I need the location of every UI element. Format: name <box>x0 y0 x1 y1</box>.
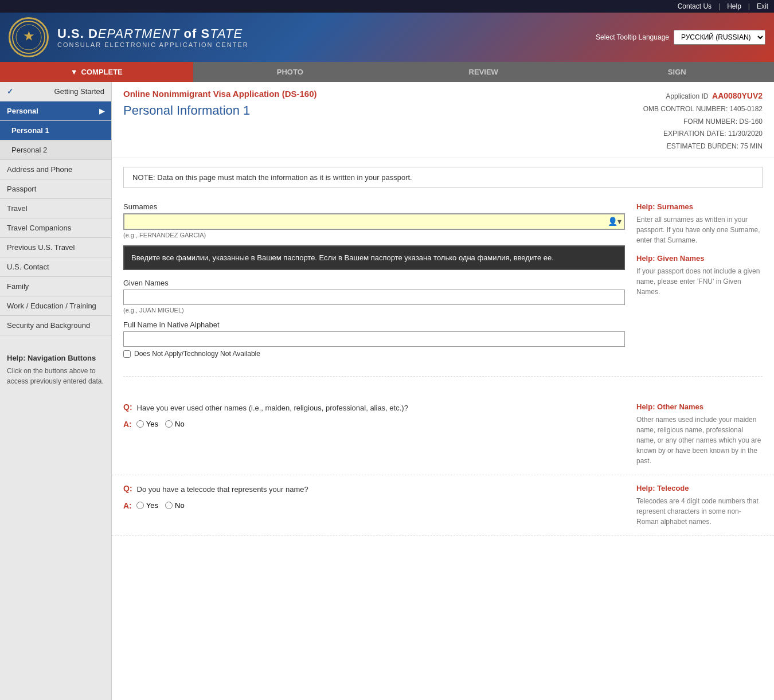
telecode-yes[interactable]: Yes <box>136 501 158 510</box>
sidebar-item-work-education[interactable]: Work / Education / Training <box>0 296 111 316</box>
contact-us-link[interactable]: Contact Us <box>678 2 712 10</box>
given-names-field: Given Names (e.g., JUAN MIGUEL) <box>123 279 625 314</box>
sidebar-item-us-contact[interactable]: U.S. Contact <box>0 257 111 277</box>
arrow-icon: ▼ <box>71 68 78 76</box>
sidebar-item-previous-us-travel[interactable]: Previous U.S. Travel <box>0 238 111 257</box>
chevron-right-icon: ▶ <box>99 107 104 115</box>
native-alphabet-input[interactable] <box>123 331 625 347</box>
native-alphabet-field: Full Name in Native Alphabet Does Not Ap… <box>123 320 625 358</box>
tooltip-language-selector[interactable]: Select Tooltip Language РУССКИЙ (RUSSIAN… <box>596 30 765 45</box>
sidebar-item-personal1[interactable]: Personal 1 <box>0 121 111 140</box>
main-layout: Getting Started Personal ▶ Personal 1 Pe… <box>0 82 774 700</box>
department-seal: ★ <box>9 17 49 57</box>
page-subtitle: Online Nonimmigrant Visa Application (DS… <box>123 89 317 99</box>
department-title: U.S. DEPARTMENT of STATE CONSULAR ELECTR… <box>57 26 587 48</box>
help-link[interactable]: Help <box>727 2 741 10</box>
other-names-yes[interactable]: Yes <box>136 420 158 428</box>
telecode-no[interactable]: No <box>165 501 185 510</box>
sidebar-item-travel[interactable]: Travel <box>0 199 111 218</box>
tab-review[interactable]: REVIEW <box>387 62 581 82</box>
other-names-qa: Q: Have you ever used other names (i.e.,… <box>112 394 774 475</box>
does-not-apply-checkbox[interactable] <box>123 350 131 358</box>
content-inner: Online Nonimmigrant Visa Application (DS… <box>112 82 774 700</box>
sidebar-item-security-background[interactable]: Security and Background <box>0 316 111 335</box>
sidebar-item-travel-companions[interactable]: Travel Companions <box>0 218 111 238</box>
sidebar-item-personal2[interactable]: Personal 2 <box>0 140 111 160</box>
content-area: Online Nonimmigrant Visa Application (DS… <box>112 82 774 700</box>
telecode-qa: Q: Do you have a telecode that represent… <box>112 475 774 536</box>
tab-sign[interactable]: SIGN <box>581 62 775 82</box>
language-dropdown[interactable]: РУССКИЙ (RUSSIAN) <box>674 30 765 45</box>
surnames-input[interactable] <box>123 213 625 230</box>
surnames-row: Surnames 👤▾ (e.g., FERNANDEZ GARCIA) Вве… <box>123 202 763 377</box>
application-id: AA0080YUV2 <box>712 91 763 100</box>
sidebar-item-passport[interactable]: Passport <box>0 179 111 199</box>
other-names-no[interactable]: No <box>165 420 185 428</box>
given-names-input[interactable] <box>123 290 625 305</box>
page-meta: Application ID AA0080YUV2 OMB CONTROL NU… <box>643 89 763 153</box>
names-form-section: Surnames 👤▾ (e.g., FERNANDEZ GARCIA) Вве… <box>112 197 774 394</box>
sidebar-item-getting-started[interactable]: Getting Started <box>0 82 111 101</box>
sidebar-item-address-phone[interactable]: Address and Phone <box>0 160 111 179</box>
tab-photo[interactable]: PHOTO <box>194 62 388 82</box>
sidebar: Getting Started Personal ▶ Personal 1 Pe… <box>0 82 112 700</box>
tooltip-popup: Введите все фамилии, указанные в Вашем п… <box>123 245 625 271</box>
page-header: Online Nonimmigrant Visa Application (DS… <box>112 82 774 158</box>
sidebar-help-section: Help: Navigation Buttons Click on the bu… <box>0 347 111 393</box>
tab-complete[interactable]: ▼ COMPLETE <box>0 62 194 82</box>
exit-link[interactable]: Exit <box>757 2 768 10</box>
note-box: NOTE: Data on this page must match the i… <box>123 167 763 188</box>
person-icon: 👤▾ <box>608 217 621 226</box>
svg-text:★: ★ <box>24 30 34 42</box>
sidebar-item-family[interactable]: Family <box>0 277 111 296</box>
page-title: Personal Information 1 <box>123 103 317 118</box>
surnames-field: Surnames 👤▾ (e.g., FERNANDEZ GARCIA) <box>123 202 625 238</box>
nav-tabs: ▼ COMPLETE PHOTO REVIEW SIGN <box>0 62 774 82</box>
site-header: ★ U.S. DEPARTMENT of STATE CONSULAR ELEC… <box>0 13 774 62</box>
sidebar-item-personal[interactable]: Personal ▶ <box>0 101 111 121</box>
top-bar: Contact Us | Help | Exit <box>0 0 774 13</box>
